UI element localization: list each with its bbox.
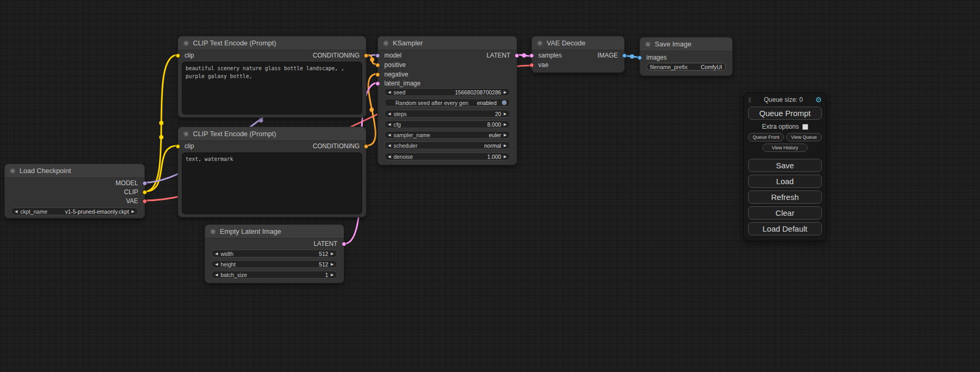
input-dot-clip[interactable] xyxy=(176,144,180,149)
widget-seed[interactable]: ◀ seed 156680208700286 ▶ xyxy=(384,88,510,96)
arrow-right-icon[interactable]: ▶ xyxy=(504,112,507,116)
widget-cfg[interactable]: ◀ cfg 8.000 ▶ xyxy=(384,120,510,128)
node-title-bar[interactable]: KSampler xyxy=(378,36,517,50)
node-title-bar[interactable]: Save Image xyxy=(640,37,732,51)
widget-label: batch_size xyxy=(220,272,247,278)
output-label-conditioning: CONDITIONING xyxy=(313,51,360,60)
widget-height[interactable]: ◀ height 512 ▶ xyxy=(211,260,337,268)
widget-value: 1.000 xyxy=(487,154,501,160)
arrow-right-icon[interactable]: ▶ xyxy=(504,155,507,158)
node-empty-latent-image[interactable]: Empty Latent Image LATENT ◀ width 512 ▶ … xyxy=(205,224,344,283)
collapse-dot-icon[interactable] xyxy=(537,41,542,46)
node-vae-decode[interactable]: VAE Decode samples IMAGE vae xyxy=(531,36,625,73)
arrow-left-icon[interactable]: ◀ xyxy=(215,273,218,276)
input-label-images: images xyxy=(646,53,726,62)
node-graph-canvas[interactable]: Load Checkpoint MODEL CLIP VAE ◀ ckpt_na… xyxy=(0,0,980,372)
output-dot-latent[interactable] xyxy=(342,242,346,246)
arrow-right-icon[interactable]: ▶ xyxy=(504,133,507,137)
arrow-right-icon[interactable]: ▶ xyxy=(331,252,334,255)
wire-clip-to-positive-prompt xyxy=(145,55,178,192)
input-dot-clip[interactable] xyxy=(176,53,180,58)
widget-width[interactable]: ◀ width 512 ▶ xyxy=(211,250,337,257)
collapse-dot-icon[interactable] xyxy=(183,131,189,137)
collapse-dot-icon[interactable] xyxy=(10,168,15,174)
collapse-dot-icon[interactable] xyxy=(183,41,189,46)
link-dot-clip2 xyxy=(159,135,163,139)
node-title-bar[interactable]: VAE Decode xyxy=(532,36,624,50)
arrow-left-icon[interactable]: ◀ xyxy=(388,112,391,116)
node-title-bar[interactable]: CLIP Text Encode (Prompt) xyxy=(178,127,366,141)
node-title-bar[interactable]: CLIP Text Encode (Prompt) xyxy=(178,36,366,50)
clear-button[interactable]: Clear xyxy=(748,206,822,220)
load-default-button[interactable]: Load Default xyxy=(748,222,822,235)
output-dot-model[interactable] xyxy=(142,181,147,186)
input-label-model: model xyxy=(384,51,402,60)
output-dot-conditioning[interactable] xyxy=(364,53,368,58)
prompt-textarea[interactable]: beautiful scenery nature glass bottle la… xyxy=(182,62,362,115)
output-dot-clip[interactable] xyxy=(142,190,147,195)
prompt-textarea[interactable]: text, watermark xyxy=(182,152,362,214)
view-history-button[interactable]: View History xyxy=(762,144,808,152)
arrow-left-icon[interactable]: ◀ xyxy=(215,252,218,255)
arrow-left-icon[interactable]: ◀ xyxy=(15,209,17,213)
output-dot-conditioning[interactable] xyxy=(364,144,368,149)
node-title-bar[interactable]: Empty Latent Image xyxy=(205,225,344,239)
input-dot-latent-image[interactable] xyxy=(375,81,380,86)
arrow-left-icon[interactable]: ◀ xyxy=(388,90,391,94)
save-button[interactable]: Save xyxy=(748,159,822,172)
queue-prompt-button[interactable]: Queue Prompt xyxy=(748,107,822,120)
widget-sampler-name[interactable]: ◀ sampler_name euler ▶ xyxy=(384,131,510,139)
node-ksampler[interactable]: KSampler model LATENT positive negative … xyxy=(377,36,517,165)
widget-random-seed-toggle[interactable]: Random seed after every gen enabled xyxy=(384,99,510,107)
extra-options-checkbox[interactable] xyxy=(802,124,808,130)
output-label-latent: LATENT xyxy=(211,240,337,249)
node-clip-text-encode-positive[interactable]: CLIP Text Encode (Prompt) clip CONDITION… xyxy=(178,36,366,118)
widget-value: euler xyxy=(489,132,501,138)
arrow-right-icon[interactable]: ▶ xyxy=(504,90,507,94)
widget-filename-prefix[interactable]: filename_prefix ComfyUI xyxy=(646,63,726,71)
arrow-right-icon[interactable]: ▶ xyxy=(504,122,507,126)
input-dot-negative[interactable] xyxy=(375,72,380,77)
input-dot-positive[interactable] xyxy=(375,63,380,68)
widget-label: scheduler xyxy=(393,142,418,149)
input-dot-samples[interactable] xyxy=(529,53,534,58)
collapse-dot-icon[interactable] xyxy=(210,229,216,234)
widget-label: sampler_name xyxy=(393,132,430,138)
node-clip-text-encode-negative[interactable]: CLIP Text Encode (Prompt) clip CONDITION… xyxy=(178,127,366,217)
arrow-left-icon[interactable]: ◀ xyxy=(388,133,391,137)
view-queue-button[interactable]: View Queue xyxy=(786,133,822,141)
input-dot-vae[interactable] xyxy=(529,63,534,68)
input-dot-model[interactable] xyxy=(375,53,380,58)
arrow-right-icon[interactable]: ▶ xyxy=(331,262,334,266)
refresh-button[interactable]: Refresh xyxy=(748,190,822,204)
output-label-model: MODEL xyxy=(11,179,138,188)
settings-gear-icon[interactable]: ⚙ xyxy=(815,96,822,103)
widget-batch-size[interactable]: ◀ batch_size 1 ▶ xyxy=(211,271,337,279)
node-load-checkpoint[interactable]: Load Checkpoint MODEL CLIP VAE ◀ ckpt_na… xyxy=(4,164,145,218)
arrow-left-icon[interactable]: ◀ xyxy=(388,144,391,147)
arrow-left-icon[interactable]: ◀ xyxy=(388,122,391,126)
widget-steps[interactable]: ◀ steps 20 ▶ xyxy=(384,110,510,118)
node-save-image[interactable]: Save Image images filename_prefix ComfyU… xyxy=(639,37,733,76)
toggle-dot-icon[interactable] xyxy=(502,100,507,105)
collapse-dot-icon[interactable] xyxy=(645,42,651,47)
widget-scheduler[interactable]: ◀ scheduler normal ▶ xyxy=(384,141,510,149)
input-dot-images[interactable] xyxy=(637,55,642,60)
queue-front-button[interactable]: Queue Front xyxy=(748,133,784,141)
output-dot-vae[interactable] xyxy=(142,199,147,204)
node-title-bar[interactable]: Load Checkpoint xyxy=(5,164,144,178)
node-title: VAE Decode xyxy=(547,39,585,47)
output-dot-image[interactable] xyxy=(622,53,627,58)
output-dot-latent[interactable] xyxy=(515,53,519,58)
arrow-right-icon[interactable]: ▶ xyxy=(504,144,507,147)
load-button[interactable]: Load xyxy=(748,175,822,188)
arrow-left-icon[interactable]: ◀ xyxy=(215,262,218,266)
arrow-left-icon[interactable]: ◀ xyxy=(388,155,391,158)
widget-ckpt-name[interactable]: ◀ ckpt_name v1-5-pruned-emaonly.ckpt ▶ xyxy=(11,207,138,215)
drag-handle-icon[interactable]: ⣿ xyxy=(748,97,752,102)
arrow-right-icon[interactable]: ▶ xyxy=(331,273,334,276)
arrow-right-icon[interactable]: ▶ xyxy=(132,209,134,213)
collapse-dot-icon[interactable] xyxy=(383,41,389,46)
widget-denoise[interactable]: ◀ denoise 1.000 ▶ xyxy=(384,152,510,160)
output-label-clip: CLIP xyxy=(11,188,138,197)
